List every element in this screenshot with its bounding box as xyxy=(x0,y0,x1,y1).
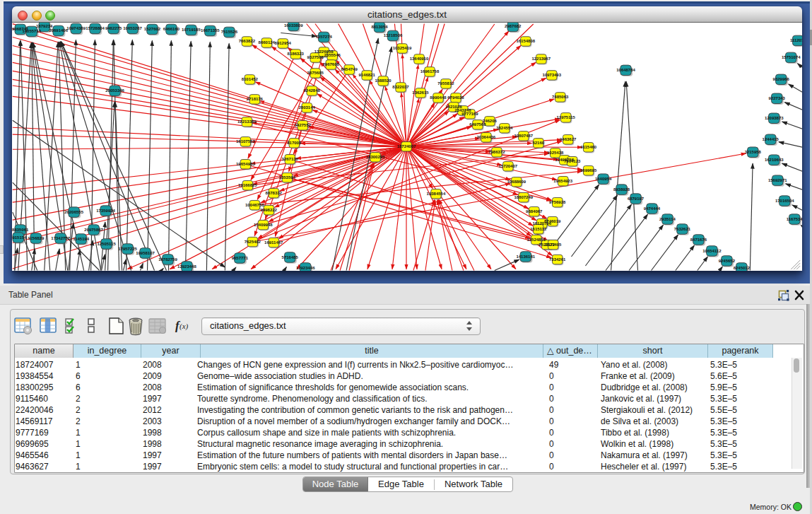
svg-text:8322037: 8322037 xyxy=(392,85,409,89)
svg-text:2355546: 2355546 xyxy=(324,53,341,57)
svg-text:2967608: 2967608 xyxy=(322,62,339,66)
svg-text:1112078: 1112078 xyxy=(790,38,802,42)
svg-text:9474444: 9474444 xyxy=(644,206,661,211)
svg-text:2521405: 2521405 xyxy=(545,243,562,247)
svg-text:1145194: 1145194 xyxy=(73,237,90,241)
svg-text:16033809: 16033809 xyxy=(284,23,303,28)
svg-text:1362615: 1362615 xyxy=(412,90,429,95)
svg-text:7955812: 7955812 xyxy=(437,81,454,86)
svg-text:12923446: 12923446 xyxy=(296,266,315,270)
svg-text:8454749: 8454749 xyxy=(341,67,358,71)
svg-text:14055714: 14055714 xyxy=(22,29,41,33)
svg-text:7515526: 7515526 xyxy=(221,30,238,34)
svg-text:13640910: 13640910 xyxy=(410,57,429,61)
svg-text:3875685: 3875685 xyxy=(307,71,324,75)
svg-text:9756928: 9756928 xyxy=(549,200,566,204)
svg-text:12093873: 12093873 xyxy=(765,116,784,120)
svg-text:16911447: 16911447 xyxy=(264,240,283,245)
svg-text:7904123: 7904123 xyxy=(564,159,581,163)
svg-text:2935114: 2935114 xyxy=(659,217,676,221)
svg-text:20206555: 20206555 xyxy=(64,210,83,214)
svg-text:9777169: 9777169 xyxy=(461,112,478,116)
svg-text:1353594: 1353594 xyxy=(279,175,296,180)
svg-text:17957225: 17957225 xyxy=(118,247,137,251)
svg-text:9327508: 9327508 xyxy=(307,55,324,59)
svg-text:817004: 817004 xyxy=(287,141,302,145)
svg-text:13218506: 13218506 xyxy=(384,33,403,37)
svg-text:10653267: 10653267 xyxy=(123,26,142,30)
svg-text:3215958: 3215958 xyxy=(745,150,762,154)
svg-text:10325419: 10325419 xyxy=(393,46,412,50)
svg-text:9146821: 9146821 xyxy=(358,73,375,77)
svg-text:8101452: 8101452 xyxy=(242,77,259,81)
svg-text:15409948: 15409948 xyxy=(254,223,273,227)
svg-text:5716485: 5716485 xyxy=(282,255,299,259)
svg-text:6466160: 6466160 xyxy=(163,27,180,31)
svg-text:1527602: 1527602 xyxy=(144,27,161,31)
svg-text:17342757: 17342757 xyxy=(51,236,70,240)
svg-text:3267130: 3267130 xyxy=(282,157,299,161)
svg-text:8245012: 8245012 xyxy=(734,266,751,270)
svg-text:8990448: 8990448 xyxy=(430,95,447,100)
svg-text:18724007: 18724007 xyxy=(397,144,416,148)
svg-text:9482275: 9482275 xyxy=(105,26,122,30)
svg-text:7357274: 7357274 xyxy=(316,35,333,39)
svg-text:17016504: 17016504 xyxy=(775,199,794,203)
svg-text:16154808: 16154808 xyxy=(516,39,535,43)
svg-text:17359924: 17359924 xyxy=(96,209,115,213)
svg-text:18807249: 18807249 xyxy=(514,195,533,199)
svg-text:(x): (x) xyxy=(180,322,189,331)
svg-text:1588520: 1588520 xyxy=(375,78,392,83)
svg-text:8660124: 8660124 xyxy=(259,40,276,45)
svg-text:2987682: 2987682 xyxy=(505,24,522,28)
svg-text:7625402: 7625402 xyxy=(245,240,261,244)
svg-text:3824554: 3824554 xyxy=(496,126,513,130)
svg-text:15751074: 15751074 xyxy=(782,55,801,59)
svg-text:7334261: 7334261 xyxy=(549,257,566,262)
svg-text:8678332: 8678332 xyxy=(266,191,283,195)
svg-text:2803144: 2803144 xyxy=(299,105,316,110)
svg-text:8813054: 8813054 xyxy=(371,25,388,29)
svg-text:19384554: 19384554 xyxy=(427,192,446,196)
svg-text:1167534: 1167534 xyxy=(787,217,802,221)
svg-text:10648784: 10648784 xyxy=(616,68,635,72)
svg-text:16961758: 16961758 xyxy=(420,69,440,74)
svg-text:9329966: 9329966 xyxy=(773,77,790,81)
svg-text:6879197: 6879197 xyxy=(628,197,645,201)
svg-text:2718176: 2718176 xyxy=(247,97,264,101)
svg-text:1025438: 1025438 xyxy=(547,151,564,155)
svg-text:15692971: 15692971 xyxy=(768,178,787,182)
svg-text:7663822: 7663822 xyxy=(239,39,256,43)
svg-text:19958107: 19958107 xyxy=(136,251,155,255)
svg-text:8186323: 8186323 xyxy=(288,52,305,56)
svg-text:10688609: 10688609 xyxy=(507,180,526,184)
svg-text:9884067: 9884067 xyxy=(526,209,543,214)
svg-text:20364436: 20364436 xyxy=(477,135,496,139)
svg-text:9657771: 9657771 xyxy=(232,256,249,260)
svg-text:10654112: 10654112 xyxy=(702,249,722,253)
svg-text:1156829: 1156829 xyxy=(28,236,45,240)
svg-text:12975115: 12975115 xyxy=(557,115,576,119)
svg-text:7485063: 7485063 xyxy=(552,95,569,99)
svg-text:15720407: 15720407 xyxy=(498,164,517,168)
svg-text:9242848: 9242848 xyxy=(304,88,321,93)
svg-text:19654923: 19654923 xyxy=(553,179,572,183)
svg-text:6497568: 6497568 xyxy=(469,122,486,127)
svg-text:9115460: 9115460 xyxy=(580,145,597,149)
svg-text:10973493: 10973493 xyxy=(542,73,561,77)
svg-text:7986372: 7986372 xyxy=(488,150,505,154)
svg-text:1244415: 1244415 xyxy=(763,137,779,141)
svg-text:16782759: 16782759 xyxy=(158,257,177,262)
svg-text:62160: 62160 xyxy=(532,141,544,145)
svg-text:12505115: 12505115 xyxy=(97,242,116,246)
svg-text:1615112: 1615112 xyxy=(530,227,547,231)
svg-text:9699695: 9699695 xyxy=(580,168,597,173)
svg-text:7632621: 7632621 xyxy=(674,227,691,231)
svg-text:20691406: 20691406 xyxy=(49,28,68,33)
svg-text:16210643: 16210643 xyxy=(765,158,784,162)
svg-text:9245652: 9245652 xyxy=(719,259,736,263)
svg-text:13524851: 13524851 xyxy=(526,238,546,242)
svg-text:20975867: 20975867 xyxy=(84,228,103,232)
svg-text:20053346: 20053346 xyxy=(105,88,124,93)
svg-text:3427552: 3427552 xyxy=(295,123,312,127)
